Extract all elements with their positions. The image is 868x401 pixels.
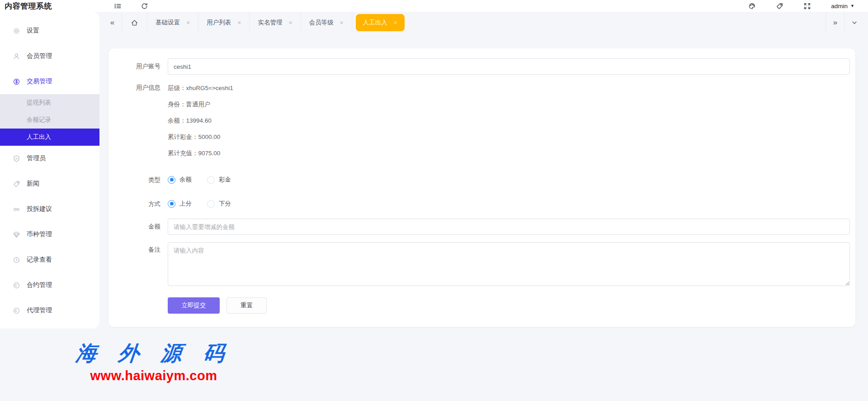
close-icon[interactable]: × <box>340 19 344 26</box>
form-row-account: 用户账号 <box>108 58 855 75</box>
sidebar-subitem-label: 提现列表 <box>27 99 51 107</box>
tabs-dropdown-button[interactable] <box>844 12 863 33</box>
radio-bonus[interactable]: 彩金 <box>207 176 231 184</box>
tab-label: 用户列表 <box>207 19 231 27</box>
info-line-level: 层级：xhuRG5=>ceshi1 <box>168 80 850 96</box>
close-icon[interactable]: × <box>394 19 397 26</box>
close-icon[interactable]: × <box>288 19 292 26</box>
chevron-down-icon <box>851 19 858 26</box>
sidebar-item-members[interactable]: 会员管理 <box>0 43 99 69</box>
sidebar-item-label: 管理员 <box>27 154 46 162</box>
tab-manual-inout-active[interactable]: 人工出入 × <box>356 14 405 31</box>
reset-button[interactable]: 重置 <box>226 297 267 314</box>
form-row-user-info: 用户信息 层级：xhuRG5=>ceshi1 身份：普通用户 余额：13994.… <box>108 80 855 162</box>
tag-icon[interactable] <box>776 2 783 10</box>
sidebar-item-news[interactable]: 新闻 <box>0 171 99 196</box>
user-icon <box>13 53 20 60</box>
tabbar: « 基础设置 × 用户列表 × 实名管理 × 会员等级 × 人工出入 <box>99 12 868 33</box>
sidebar-item-label: 设置 <box>27 27 39 35</box>
infinity-icon <box>13 205 20 213</box>
radio-credit-down[interactable]: 下分 <box>207 200 231 208</box>
radio-label: 下分 <box>219 200 231 208</box>
sidebar-item-currencies[interactable]: 币种管理 <box>0 222 99 247</box>
amount-input[interactable] <box>168 219 850 235</box>
home-tab-button[interactable] <box>122 12 147 33</box>
radio-balance[interactable]: 余额 <box>168 176 192 184</box>
type-label: 类型 <box>108 175 160 184</box>
radio-dot <box>168 200 175 208</box>
remark-label: 备注 <box>108 242 160 288</box>
tab-label: 基础设置 <box>156 19 180 27</box>
sidebar-subitem-label: 人工出入 <box>27 133 51 141</box>
type-radio-group: 余额 彩金 <box>168 175 850 184</box>
radio-dot <box>207 200 215 208</box>
sidebar-item-contracts[interactable]: 合约管理 <box>0 272 99 298</box>
sidebar-item-label: 会员管理 <box>27 52 52 60</box>
account-input[interactable] <box>168 58 850 75</box>
topbar-left-icons <box>114 2 148 10</box>
tab-label: 实名管理 <box>258 19 282 27</box>
remark-textarea[interactable] <box>168 242 850 286</box>
fullscreen-icon[interactable] <box>803 2 811 10</box>
radio-credit-up[interactable]: 上分 <box>168 200 192 208</box>
tag-icon <box>13 180 20 188</box>
caret-down-icon: ▼ <box>850 4 854 8</box>
sidebar-item-settings[interactable]: 设置 <box>0 18 99 43</box>
tabbar-right-controls: » <box>826 12 863 33</box>
user-info-label: 用户信息 <box>108 80 160 162</box>
app-root: 内容管理系统 admin ▼ <box>0 0 868 401</box>
sidebar-item-label: 合约管理 <box>27 281 52 289</box>
form-row-amount: 金额 <box>108 219 855 235</box>
home-icon <box>131 19 138 27</box>
radio-dot <box>168 176 175 184</box>
sidebar-subitem-withdraw-list[interactable]: 提现列表 <box>0 94 99 111</box>
collapse-menu-icon[interactable] <box>114 2 122 10</box>
contract-icon <box>13 282 20 289</box>
user-menu[interactable]: admin ▼ <box>831 3 854 10</box>
sidebar-item-transactions[interactable]: 交易管理 <box>0 69 99 94</box>
submit-button[interactable]: 立即提交 <box>168 297 220 314</box>
sidebar-subitem-manual-inout[interactable]: 人工出入 <box>0 129 99 146</box>
method-radio-group: 上分 下分 <box>168 199 850 208</box>
sidebar-item-label: 新闻 <box>27 180 39 188</box>
theme-palette-icon[interactable] <box>748 2 756 10</box>
sidebar-item-records[interactable]: 记录查看 <box>0 247 99 272</box>
sidebar-item-label: 代理管理 <box>27 306 52 315</box>
sidebar-subitem-balance-records[interactable]: 余额记录 <box>0 111 99 129</box>
tab-member-level[interactable]: 会员等级 × <box>301 12 352 33</box>
tab-basic-settings[interactable]: 基础设置 × <box>147 12 198 33</box>
tabs-scroll-right-button[interactable]: » <box>826 12 844 33</box>
actions-spacer <box>108 297 160 314</box>
sidebar: 设置 会员管理 交易管理 提现列表 余额记录 人工出入 <box>0 12 99 329</box>
tab-label: 会员等级 <box>309 19 334 27</box>
tab-label: 人工出入 <box>363 19 387 27</box>
radio-label: 上分 <box>179 200 192 208</box>
refresh-icon[interactable] <box>141 2 148 10</box>
info-line-total-recharge: 累计充值：9075.00 <box>168 145 850 162</box>
topbar-right: admin ▼ <box>748 2 868 10</box>
manual-inout-form-card: 用户账号 用户信息 层级：xhuRG5=>ceshi1 身份：普通用户 余额：1… <box>108 48 855 327</box>
gem-icon <box>13 231 20 239</box>
dollar-circle-icon <box>13 78 20 86</box>
form-row-remark: 备注 <box>108 242 855 288</box>
radio-label: 余额 <box>179 176 192 184</box>
sidebar-item-agents[interactable]: 代理管理 <box>0 298 99 323</box>
sidebar-submenu: 提现列表 余额记录 人工出入 <box>0 94 99 146</box>
topbar: 内容管理系统 admin ▼ <box>0 0 868 12</box>
sidebar-item-label: 记录查看 <box>27 256 52 264</box>
sidebar-item-admins[interactable]: 管理员 <box>0 146 99 171</box>
method-label: 方式 <box>108 199 160 208</box>
tab-user-list[interactable]: 用户列表 × <box>198 12 250 33</box>
close-icon[interactable]: × <box>186 19 190 26</box>
agent-icon <box>13 307 20 315</box>
info-line-balance: 余额：13994.60 <box>168 113 850 129</box>
username: admin <box>831 3 848 10</box>
tabs-scroll-left-button[interactable]: « <box>103 12 122 33</box>
info-line-total-bonus: 累计彩金：5000.00 <box>168 129 850 145</box>
gear-icon <box>13 27 20 35</box>
sidebar-item-label: 投拆建议 <box>27 205 52 213</box>
sidebar-item-feedback[interactable]: 投拆建议 <box>0 196 99 222</box>
radio-label: 彩金 <box>219 176 231 184</box>
tab-realname[interactable]: 实名管理 × <box>250 12 301 33</box>
close-icon[interactable]: × <box>237 19 241 26</box>
